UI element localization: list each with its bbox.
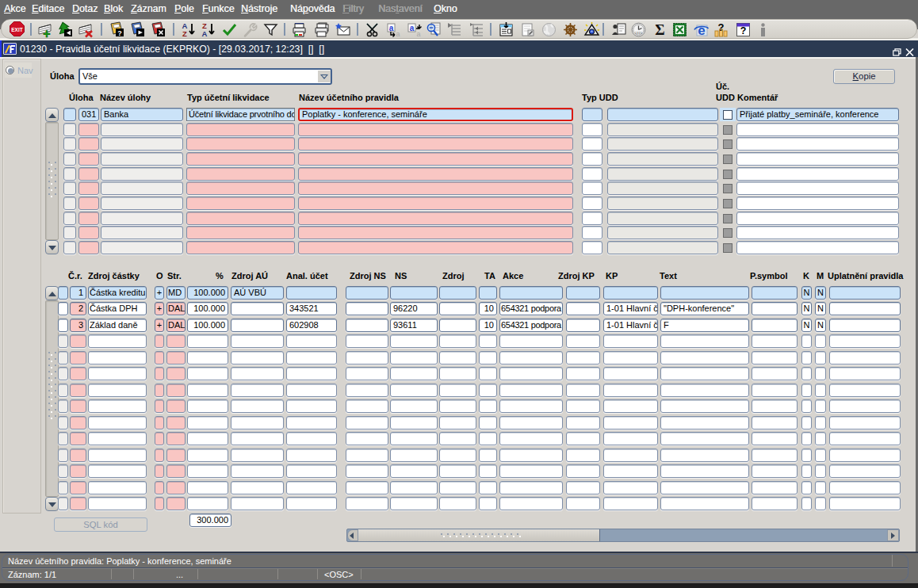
svg-text:a: a xyxy=(396,30,400,38)
svg-text:?: ? xyxy=(117,29,122,37)
svg-text:a: a xyxy=(389,24,394,32)
svg-text:?: ? xyxy=(740,25,747,36)
svg-text:a: a xyxy=(410,24,415,32)
svg-text:+: + xyxy=(43,27,50,38)
svg-text:1315: 1315 xyxy=(635,31,643,35)
svg-text:e: e xyxy=(698,23,705,38)
svg-text:?: ? xyxy=(718,21,725,33)
svg-text:A: A xyxy=(202,29,208,38)
svg-text:Σ: Σ xyxy=(655,21,664,38)
svg-text:EXIT: EXIT xyxy=(11,27,22,32)
svg-text:a: a xyxy=(416,30,420,38)
svg-text:Z: Z xyxy=(182,29,187,38)
